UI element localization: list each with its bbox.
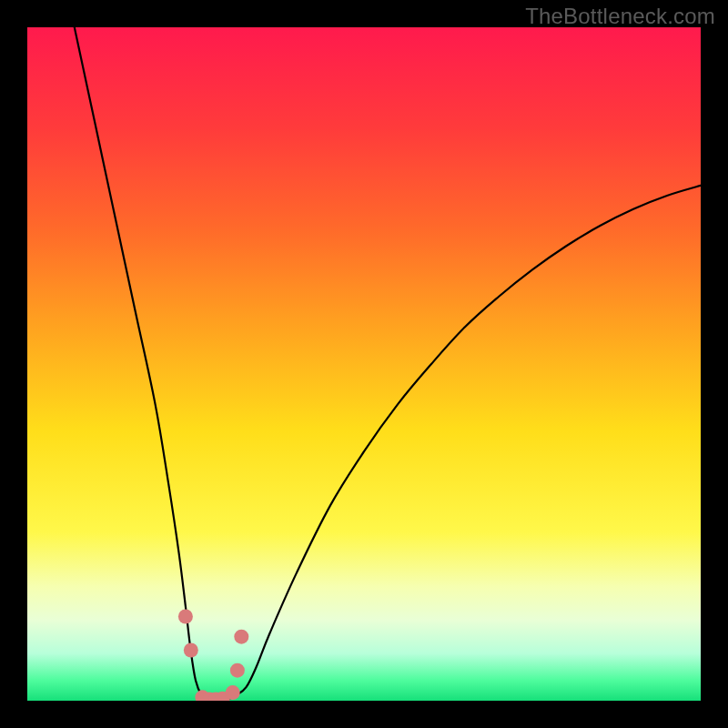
chart-svg [27, 27, 701, 701]
chart-frame: TheBottleneck.com [0, 0, 728, 728]
min-marker [230, 663, 245, 678]
gradient-background [27, 27, 701, 701]
min-marker [226, 685, 240, 700]
watermark-text: TheBottleneck.com [525, 4, 715, 29]
min-marker [184, 643, 198, 658]
min-marker [234, 630, 248, 644]
plot-area [27, 27, 701, 701]
min-marker [178, 610, 193, 624]
